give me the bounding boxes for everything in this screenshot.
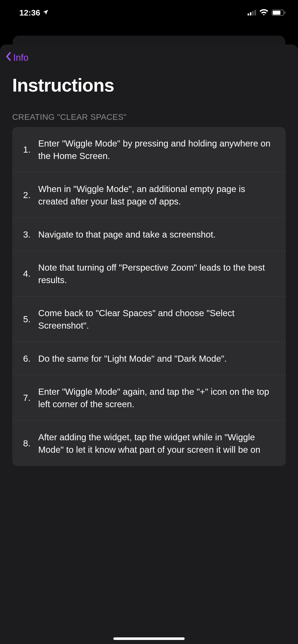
wifi-icon xyxy=(260,8,268,18)
list-item: 1. Enter "Wiggle Mode" by pressing and h… xyxy=(12,127,286,172)
step-number: 5. xyxy=(21,307,31,332)
step-number: 8. xyxy=(21,431,31,456)
status-right xyxy=(248,8,285,18)
chevron-left-icon xyxy=(6,52,12,64)
step-number: 2. xyxy=(21,183,31,208)
step-text: Note that turning off "Perspective Zoom"… xyxy=(38,261,277,286)
step-text: After adding the widget, tap the widget … xyxy=(38,431,277,456)
step-number: 6. xyxy=(21,352,31,365)
instructions-list[interactable]: 1. Enter "Wiggle Mode" by pressing and h… xyxy=(12,127,286,466)
battery-icon xyxy=(272,10,285,16)
modal-sheet: Info Instructions CREATING "CLEAR SPACES… xyxy=(0,45,298,644)
section-header: CREATING "CLEAR SPACES" xyxy=(0,99,298,127)
step-text: Enter "Wiggle Mode" again, and tap the "… xyxy=(38,385,277,410)
status-left: 12:36 xyxy=(19,8,49,18)
list-item: 4. Note that turning off "Perspective Zo… xyxy=(12,251,286,297)
home-indicator[interactable] xyxy=(113,637,185,640)
location-icon xyxy=(42,8,49,18)
step-text: When in "Wiggle Mode", an additional emp… xyxy=(38,183,277,208)
status-bar: 12:36 xyxy=(0,0,298,25)
nav-bar: Info xyxy=(0,45,298,67)
list-item: 6. Do the same for "Light Mode" and "Dar… xyxy=(12,342,286,375)
list-item: 5. Come back to "Clear Spaces" and choos… xyxy=(12,297,286,342)
list-item: 2. When in "Wiggle Mode", an additional … xyxy=(12,172,286,218)
list-item: 3. Navigate to that page and take a scre… xyxy=(12,218,286,251)
step-number: 4. xyxy=(21,261,31,286)
back-button[interactable]: Info xyxy=(6,52,29,64)
back-label: Info xyxy=(13,52,29,63)
step-text: Navigate to that page and take a screens… xyxy=(38,228,277,241)
step-text: Enter "Wiggle Mode" by pressing and hold… xyxy=(38,137,277,162)
step-text: Do the same for "Light Mode" and "Dark M… xyxy=(38,352,277,365)
status-time: 12:36 xyxy=(19,8,40,18)
step-text: Come back to "Clear Spaces" and choose "… xyxy=(38,307,277,332)
step-number: 1. xyxy=(21,137,31,162)
cellular-icon xyxy=(248,10,256,16)
title-section: Instructions xyxy=(0,67,298,99)
step-number: 7. xyxy=(21,385,31,410)
step-number: 3. xyxy=(21,228,31,241)
page-title: Instructions xyxy=(12,75,286,96)
list-item: 7. Enter "Wiggle Mode" again, and tap th… xyxy=(12,375,286,421)
list-item: 8. After adding the widget, tap the widg… xyxy=(12,421,286,466)
